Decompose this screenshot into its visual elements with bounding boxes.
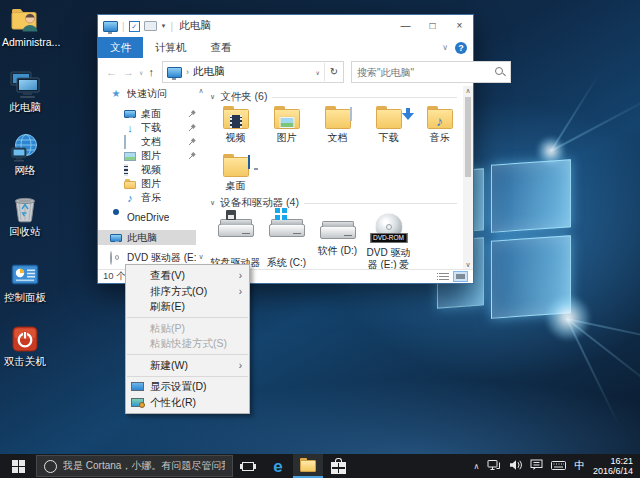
folder-item-videos[interactable]: 视频 [210, 106, 261, 144]
edge-button[interactable]: e [263, 454, 293, 478]
menu-item-view[interactable]: 查看(V)› [126, 268, 249, 284]
scroll-up-icon[interactable]: ∧ [463, 87, 473, 95]
downloads-folder-icon [376, 109, 402, 129]
address-bar[interactable]: › 此电脑 ∨ ↻ [162, 61, 344, 83]
scroll-down-icon[interactable]: ∨ [196, 253, 206, 261]
nav-item-dvd-drive[interactable]: DVD 驱动器 (E:) 爱 [98, 250, 196, 265]
show-hidden-icons-chevron[interactable]: ∧ [474, 462, 480, 471]
menu-item-personalize[interactable]: 个性化(R) [126, 395, 249, 411]
expand-ribbon-chevron-icon[interactable]: ∨ [442, 43, 448, 52]
breadcrumb[interactable]: 此电脑 [193, 65, 225, 79]
drive-item-floppy-a[interactable]: 软盘驱动器 (A:) [210, 212, 261, 270]
close-button[interactable]: × [446, 15, 473, 37]
new-folder-icon[interactable] [144, 21, 157, 31]
folder-item-downloads[interactable]: 下载 [363, 106, 414, 144]
nav-item-this-pc[interactable]: 此电脑 [98, 230, 196, 245]
store-button[interactable] [323, 454, 353, 478]
user-folder-icon [10, 5, 40, 35]
drives-section-header[interactable]: ∨ 设备和驱动器 (4) [210, 196, 457, 210]
nav-item-videos[interactable]: 视频 [98, 162, 196, 177]
recent-locations-chevron-icon[interactable]: ∨ [139, 69, 143, 76]
task-view-button[interactable] [233, 454, 263, 478]
desktop-icon-administrator[interactable]: Administra... [2, 5, 48, 49]
collapse-chevron-icon[interactable]: ∨ [210, 93, 215, 101]
action-center-icon[interactable] [530, 457, 543, 475]
desktop-icon-label: 双击关机 [2, 356, 48, 368]
folder-item-documents[interactable]: 文档 [312, 106, 363, 144]
scroll-down-icon[interactable]: ∨ [463, 261, 473, 269]
menu-item-display-settings[interactable]: 显示设置(D) [126, 379, 249, 395]
nav-item-downloads[interactable]: ↓ 下载 [98, 120, 196, 135]
desktop-icon-label: 此电脑 [2, 102, 48, 114]
volume-icon[interactable] [509, 457, 522, 475]
minimize-button[interactable]: — [392, 15, 419, 37]
folder-item-music[interactable]: ♪ 音乐 [414, 106, 463, 144]
desktop-icon-control-panel[interactable]: 控制面板 [2, 260, 48, 304]
up-button[interactable]: ↑ [148, 66, 154, 78]
nav-item-onedrive[interactable]: OneDrive [98, 210, 196, 225]
nav-item-music[interactable]: ♪ 音乐 [98, 190, 196, 205]
navpane-scrollbar[interactable]: ∧ ∨ [196, 86, 206, 270]
tab-file[interactable]: 文件 [98, 37, 143, 58]
start-button[interactable] [0, 454, 36, 478]
search-input[interactable] [352, 67, 494, 78]
menu-item-sort-by[interactable]: 排序方式(O)› [126, 284, 249, 300]
nav-item-desktop[interactable]: 桌面 [98, 106, 196, 121]
menu-item-refresh[interactable]: 刷新(E) [126, 299, 249, 315]
qat-customize-chevron-icon[interactable]: ▼ [161, 23, 167, 29]
content-scrollbar[interactable]: ∧ ∨ [463, 86, 473, 270]
forward-button[interactable]: → [123, 66, 134, 78]
music-note-icon: ♪ [124, 192, 136, 204]
help-icon[interactable]: ? [455, 42, 467, 54]
folder-icon [124, 181, 136, 189]
network-icon[interactable] [487, 457, 501, 475]
cortana-icon [44, 460, 57, 473]
file-explorer-button[interactable] [293, 454, 323, 478]
ime-indicator[interactable]: 中 [574, 459, 585, 473]
drives-row: 软盘驱动器 (A:) 系统 (C:) 软件 (D:) [210, 212, 414, 270]
properties-checkbox-icon[interactable]: ✓ [129, 21, 140, 32]
submenu-arrow-icon: › [239, 358, 242, 374]
desktop-icon-this-pc[interactable]: 此电脑 [2, 70, 48, 114]
filmstrip-icon [124, 164, 128, 176]
nav-item-quick-access[interactable]: ★ 快速访问 [98, 86, 196, 101]
folder-item-desktop[interactable]: 桌面 [210, 154, 261, 192]
folders-section-header[interactable]: ∨ 文件夹 (6) [210, 90, 457, 104]
drive-item-dvd-e[interactable]: DVD-ROM DVD 驱动器 (E:) 爱封 [363, 212, 414, 270]
tab-view[interactable]: 查看 [199, 37, 244, 58]
file-explorer-icon [300, 460, 316, 472]
menu-item-new[interactable]: 新建(W)› [126, 358, 249, 374]
clock[interactable]: 16:21 2016/6/14 [593, 456, 633, 477]
title-bar[interactable]: | ✓ ▼ | 此电脑 — □ × [98, 15, 473, 37]
details-view-button[interactable] [436, 271, 451, 282]
nav-item-pictures[interactable]: 图片 [98, 148, 196, 163]
desktop-icon-recycle-bin[interactable]: 回收站 [2, 194, 48, 238]
maximize-button[interactable]: □ [419, 15, 446, 37]
tab-computer[interactable]: 计算机 [143, 37, 199, 58]
desktop-icon-label: 网络 [2, 165, 48, 177]
edge-icon: e [273, 458, 282, 475]
document-icon [124, 135, 126, 149]
folder-item-pictures[interactable]: 图片 [261, 106, 312, 144]
search-icon[interactable] [494, 66, 506, 78]
search-box[interactable] [351, 61, 511, 83]
collapse-chevron-icon[interactable]: ∨ [210, 199, 215, 207]
monitor-icon [124, 110, 136, 118]
back-button[interactable]: ← [106, 66, 117, 78]
drive-item-system-c[interactable]: 系统 (C:) [261, 212, 312, 270]
refresh-icon[interactable]: ↻ [324, 63, 343, 81]
scroll-up-icon[interactable]: ∧ [196, 87, 206, 95]
desktop-icon-network[interactable]: 网络 [2, 133, 48, 177]
touch-keyboard-icon[interactable] [551, 457, 566, 475]
scrollbar-thumb[interactable] [465, 97, 471, 177]
nav-item-documents[interactable]: 文档 [98, 134, 196, 149]
desktop-icon-shutdown[interactable]: 双击关机 [2, 324, 48, 368]
hard-drive-icon [320, 226, 356, 239]
logo-glow [545, 295, 591, 341]
icons-view-button[interactable] [453, 271, 468, 282]
cortana-search-box[interactable]: 我是 Cortana，小娜。有问题尽管问我。 [36, 455, 233, 477]
drive-item-software-d[interactable]: 软件 (D:) [312, 212, 363, 270]
nav-item-pictures-folder[interactable]: 图片 [98, 176, 196, 191]
address-dropdown-chevron-icon[interactable]: ∨ [312, 69, 324, 76]
desktop: Administra... 此电脑 [0, 0, 640, 478]
